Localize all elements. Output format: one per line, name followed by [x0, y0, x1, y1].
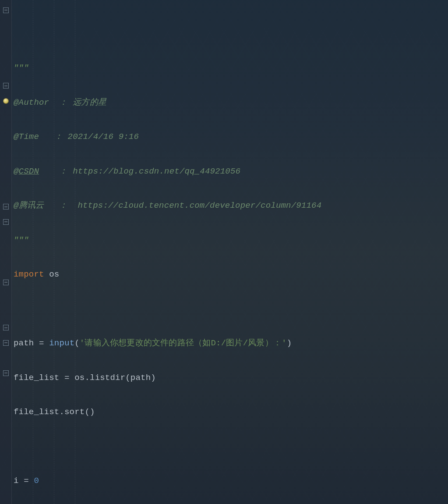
gutter-blank — [0, 305, 11, 320]
code-line[interactable]: file_list = os.listdir(path) — [14, 370, 448, 386]
gutter-blank — [0, 290, 11, 305]
docstring-quote: """ — [14, 63, 29, 73]
gutter-blank — [0, 351, 11, 366]
fold-toggle-icon[interactable] — [0, 320, 11, 336]
gutter-blank — [0, 109, 11, 124]
fold-toggle-icon[interactable] — [0, 366, 11, 381]
code-line[interactable]: file_list.sort() — [14, 405, 448, 420]
code-line[interactable]: @Time ： 2021/4/16 9:16 — [14, 129, 448, 145]
fold-toggle-icon[interactable] — [0, 275, 11, 290]
code-area[interactable]: """ @Author ： 远方的星 @Time ： 2021/4/16 9:1… — [12, 0, 448, 504]
gutter-blank — [0, 154, 11, 169]
docstring-text: @腾讯云 ： https://cloud.tencent.com/develop… — [14, 201, 321, 210]
code-line[interactable]: """ — [14, 60, 448, 76]
code-line[interactable] — [14, 439, 448, 454]
lightbulb-icon[interactable] — [0, 93, 11, 109]
gutter-blank — [0, 63, 11, 78]
gutter-blank — [0, 48, 11, 64]
docstring-quote: """ — [14, 235, 29, 245]
keyword-import: import — [14, 270, 44, 279]
fold-toggle-icon[interactable] — [0, 78, 11, 94]
builtin-input: input — [49, 338, 74, 348]
code-line[interactable]: i = 0 — [14, 473, 448, 489]
docstring-text: @Author ： 远方的星 — [14, 98, 106, 107]
code-line[interactable] — [14, 302, 448, 317]
code-line[interactable]: import os — [14, 267, 448, 282]
number-literal: 0 — [34, 476, 39, 486]
code-editor[interactable]: """ @Author ： 远方的星 @Time ： 2021/4/16 9:1… — [0, 0, 448, 504]
gutter-blank — [0, 184, 11, 199]
fold-toggle-icon[interactable] — [0, 199, 11, 215]
gutter — [0, 0, 12, 504]
gutter-blank — [0, 33, 11, 48]
code-line[interactable]: @腾讯云 ： https://cloud.tencent.com/develop… — [14, 198, 448, 213]
gutter-blank — [0, 381, 11, 396]
fold-toggle-icon[interactable] — [0, 335, 11, 351]
gutter-blank — [0, 124, 11, 139]
gutter-blank — [0, 260, 11, 275]
docstring-text: @Time ： 2021/4/16 9:16 — [14, 132, 139, 142]
gutter-blank — [0, 230, 11, 245]
code-line[interactable]: @CSDN ： https://blog.csdn.net/qq_4492105… — [14, 164, 448, 179]
docstring-text: @CSDN ： https://blog.csdn.net/qq_4492105… — [14, 167, 240, 176]
gutter-blank — [0, 169, 11, 185]
string-literal: '请输入你想更改的文件的路径（如D:/图片/风景）：' — [80, 338, 287, 348]
fold-toggle-icon[interactable] — [0, 214, 11, 230]
gutter-blank — [0, 18, 11, 33]
gutter-blank — [0, 245, 11, 260]
fold-toggle-icon[interactable] — [0, 3, 11, 18]
gutter-blank — [0, 139, 11, 154]
code-line[interactable]: """ — [14, 233, 448, 248]
code-line[interactable]: path = input('请输入你想更改的文件的路径（如D:/图片/风景）：'… — [14, 336, 448, 351]
code-line[interactable]: @Author ： 远方的星 — [14, 95, 448, 110]
